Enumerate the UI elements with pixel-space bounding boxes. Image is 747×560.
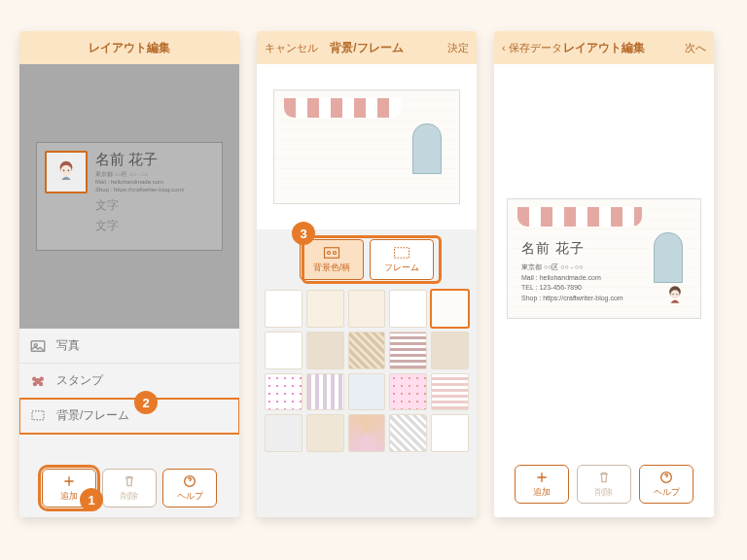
swatch[interactable] xyxy=(265,373,302,411)
chibi-icon xyxy=(661,283,689,308)
delete-button[interactable]: 削除 xyxy=(577,465,631,504)
door-decor xyxy=(654,232,683,283)
swatch-selected[interactable] xyxy=(431,290,469,328)
picker-panel: 背景色/柄 フレーム 3 xyxy=(257,229,477,517)
card-text-block: 名前 花子 東京都 ○○区 ○○ - ○○ Mail : hellohandma… xyxy=(95,151,214,242)
tab-bg-color[interactable]: 背景色/柄 xyxy=(300,239,364,280)
swatch[interactable] xyxy=(348,290,386,328)
stamp-icon xyxy=(29,372,47,390)
navbar: ‹ 保存データ レイアウト編集 次へ xyxy=(494,31,714,64)
svg-rect-16 xyxy=(395,247,409,258)
swatch[interactable] xyxy=(389,290,427,328)
edit-canvas[interactable]: 名前 花子 東京都 ○○区 ○○ - ○○ Mail : hellohandma… xyxy=(19,64,239,329)
card-name: 名前 花子 xyxy=(521,238,623,259)
nav-title: 背景/フレーム xyxy=(330,40,403,56)
trash-icon xyxy=(122,473,137,489)
frame-icon xyxy=(29,407,47,425)
nav-done[interactable]: 決定 xyxy=(447,41,469,55)
swatch[interactable] xyxy=(431,373,469,411)
delete-label: 削除 xyxy=(595,486,613,499)
nav-title: レイアウト編集 xyxy=(89,40,170,56)
tab-frame-label: フレーム xyxy=(384,262,419,274)
svg-point-7 xyxy=(32,376,37,381)
svg-point-10 xyxy=(39,381,44,386)
phone-layout-edit: レイアウト編集 名前 花子 東京都 ○○区 ○○ - ○○ Mail : hel… xyxy=(19,31,239,517)
swatch[interactable] xyxy=(348,414,386,452)
help-label: ヘルプ xyxy=(654,486,680,499)
tool-list: 写真 スタンプ 背景/フレーム 追加 xyxy=(19,329,239,517)
swatch[interactable] xyxy=(431,414,469,452)
trash-icon xyxy=(596,470,612,485)
swatch[interactable] xyxy=(265,290,302,328)
avatar-image-selected[interactable] xyxy=(45,151,88,193)
svg-point-1 xyxy=(60,165,71,176)
nav-title: レイアウト編集 xyxy=(563,40,645,56)
callout-3: 3 xyxy=(292,222,315,245)
card-addr: 東京都 ○○区 ○○ - ○○ xyxy=(95,171,214,179)
svg-point-19 xyxy=(672,294,673,295)
help-button[interactable]: ヘルプ xyxy=(639,465,694,504)
door-decor xyxy=(412,123,442,174)
phone-bg-frame-picker: キャンセル 背景/フレーム 決定 背景色/柄 フレーム xyxy=(257,31,477,517)
photo-icon xyxy=(29,337,47,355)
callout-1: 1 xyxy=(80,488,103,511)
navbar: キャンセル 背景/フレーム 決定 xyxy=(257,31,477,64)
card-preview[interactable]: 名前 花子 東京都 ○○区 ○○ - ○○ Mail : hellohandma… xyxy=(36,142,223,251)
swatch[interactable] xyxy=(389,414,427,452)
tab-frame[interactable]: フレーム xyxy=(370,239,434,280)
help-button[interactable]: ヘルプ xyxy=(162,469,217,508)
swatch[interactable] xyxy=(306,290,344,328)
swatch[interactable] xyxy=(306,332,344,369)
svg-point-8 xyxy=(40,376,45,381)
swatch[interactable] xyxy=(431,332,469,369)
delete-button[interactable]: 削除 xyxy=(102,469,157,508)
tool-photo[interactable]: 写真 xyxy=(19,329,239,364)
help-icon xyxy=(658,470,674,485)
svg-point-9 xyxy=(33,381,38,386)
help-icon xyxy=(182,473,197,489)
swatch[interactable] xyxy=(348,373,386,411)
nav-cancel[interactable]: キャンセル xyxy=(265,41,318,55)
result-card[interactable]: 名前 花子 東京都 ○○区 ○○ - ○○ Mail : hellohandma… xyxy=(507,198,701,319)
card-shop: Shop : https://craftwriter-blog.com xyxy=(521,294,623,304)
swatch[interactable] xyxy=(265,332,302,369)
result-canvas[interactable]: 名前 花子 東京都 ○○区 ○○ - ○○ Mail : hellohandma… xyxy=(494,64,714,453)
swatch[interactable] xyxy=(306,373,344,411)
delete-label: 削除 xyxy=(121,490,138,503)
card-info: 名前 花子 東京都 ○○区 ○○ - ○○ Mail : hellohandma… xyxy=(521,238,623,303)
callout-2: 2 xyxy=(134,391,158,414)
tab-pair: 背景色/柄 フレーム 3 xyxy=(265,239,469,280)
text-placeholder[interactable]: 文字 xyxy=(95,218,214,234)
card-mail: Mail : hellohandmade.com xyxy=(521,273,623,284)
card-addr: 東京都 ○○区 ○○ - ○○ xyxy=(521,262,623,273)
svg-point-15 xyxy=(334,251,337,254)
nav-back[interactable]: ‹ 保存データ xyxy=(502,41,562,55)
add-button[interactable]: 追加 xyxy=(515,465,569,504)
card-frame-preview xyxy=(273,89,460,204)
svg-rect-11 xyxy=(32,410,44,419)
nav-next[interactable]: 次へ xyxy=(685,41,706,55)
chibi-icon xyxy=(51,157,82,188)
text-placeholder[interactable]: 文字 xyxy=(95,197,214,214)
card-mail: Mail : hellohandmade.com xyxy=(95,179,214,187)
tool-bg-frame-label: 背景/フレーム xyxy=(56,407,129,424)
swatch[interactable] xyxy=(306,414,344,452)
swatch-grid xyxy=(265,290,469,452)
tool-stamp[interactable]: スタンプ xyxy=(19,364,239,399)
swatch[interactable] xyxy=(348,332,386,369)
tool-photo-label: 写真 xyxy=(56,337,80,354)
card-tel: TEL : 123-456-7890 xyxy=(521,283,623,294)
swatch[interactable] xyxy=(265,414,302,452)
awning-decor xyxy=(284,98,401,118)
add-label: 追加 xyxy=(60,490,78,503)
card-shop: Shop : https://craftwriter-blog.com/ xyxy=(95,187,214,194)
tool-stamp-label: スタンプ xyxy=(56,372,103,389)
tool-bg-frame[interactable]: 背景/フレーム xyxy=(19,399,239,434)
swatch[interactable] xyxy=(389,373,427,411)
help-label: ヘルプ xyxy=(177,490,203,503)
svg-point-14 xyxy=(328,251,331,254)
swatch[interactable] xyxy=(389,332,427,369)
bottom-buttons: 追加 削除 ヘルプ xyxy=(19,461,239,517)
bottom-buttons: 追加 削除 ヘルプ xyxy=(494,453,714,517)
card-name: 名前 花子 xyxy=(95,151,214,169)
